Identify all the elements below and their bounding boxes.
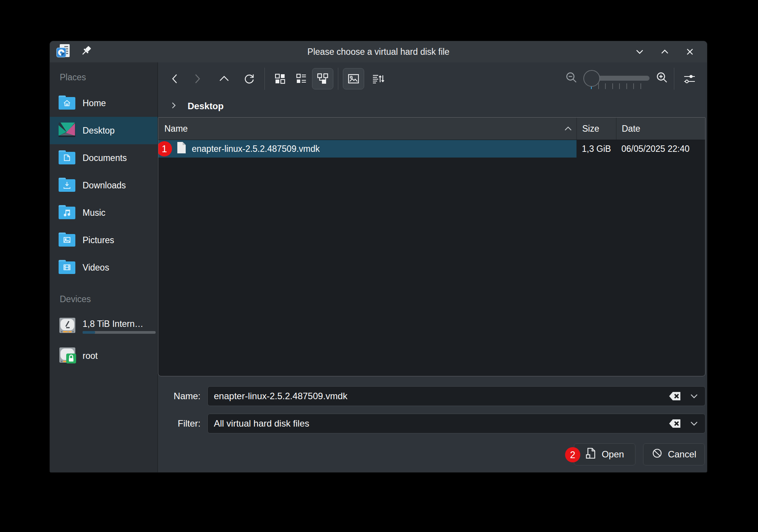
tree-view-button[interactable] <box>312 68 333 89</box>
sidebar-item-label: Pictures <box>83 235 114 245</box>
sidebar-item-music[interactable]: Music <box>50 199 158 226</box>
maximize-icon[interactable] <box>659 46 670 57</box>
filter-dropdown-chevron-icon[interactable] <box>689 419 699 428</box>
open-button[interactable]: 2 Open <box>574 443 635 465</box>
sidebar-item-label: Downloads <box>83 180 126 191</box>
videos-folder-icon <box>58 259 76 276</box>
breadcrumb: Desktop <box>158 95 705 117</box>
annotation-badge-2: 2 <box>565 447 580 462</box>
up-button[interactable] <box>213 68 235 89</box>
options-button[interactable] <box>679 68 700 89</box>
icons-view-button[interactable] <box>269 68 291 89</box>
breadcrumb-current-folder[interactable]: Desktop <box>188 101 224 111</box>
zoom-in-icon[interactable] <box>655 71 669 87</box>
disk-capacity-bar <box>83 331 156 334</box>
file-icon <box>177 142 186 156</box>
file-list-view: Name Size Date 1 <box>158 117 705 376</box>
zoom-out-icon[interactable] <box>564 71 579 87</box>
file-name: enapter-linux-2.5.2.487509.vmdk <box>192 144 320 154</box>
annotation-badge-1: 1 <box>158 141 172 156</box>
devices-section-label: Devices <box>50 294 158 311</box>
file-row-selected[interactable]: 1 enapter-linux-2.5.2.487509.vmdk 1,3 Gi… <box>158 140 705 158</box>
pictures-folder-icon <box>58 232 76 248</box>
vmdk-app-icon <box>56 43 71 60</box>
minimize-icon[interactable] <box>634 46 645 57</box>
sidebar-item-downloads[interactable]: Downloads <box>50 172 158 199</box>
toolbar <box>158 62 705 95</box>
sidebar-item-desktop[interactable]: Desktop <box>50 117 158 144</box>
zoom-slider[interactable] <box>584 68 650 89</box>
close-icon[interactable] <box>684 46 696 57</box>
filter-select-value: All virtual hard disk files <box>214 418 669 429</box>
sidebar-item-label: Home <box>83 98 106 108</box>
home-folder-icon <box>58 95 76 111</box>
sidebar-item-videos[interactable]: Videos <box>50 254 158 281</box>
sidebar-device-root[interactable]: root <box>50 341 158 371</box>
file-dialog-window: Please choose a virtual hard disk file P… <box>49 41 707 473</box>
clear-filter-icon[interactable] <box>669 419 682 428</box>
refresh-button[interactable] <box>239 68 260 89</box>
documents-folder-icon <box>58 150 76 166</box>
device-label: root <box>83 351 98 361</box>
toolbar-separator <box>264 68 265 90</box>
music-folder-icon <box>58 204 76 221</box>
window-title: Please choose a virtual hard disk file <box>50 47 707 57</box>
zoom-slider-handle[interactable] <box>583 70 600 87</box>
device-label: 1,8 TiB Intern… <box>83 319 156 329</box>
downloads-folder-icon <box>58 177 76 194</box>
places-section-label: Places <box>50 72 158 89</box>
forward-button[interactable] <box>186 68 207 89</box>
sidebar-item-label: Desktop <box>83 126 115 136</box>
toolbar-separator <box>338 68 338 90</box>
file-size: 1,3 GiB <box>576 144 616 154</box>
hard-drive-icon <box>58 316 76 336</box>
sidebar-item-home[interactable]: Home <box>50 89 158 117</box>
sidebar-item-label: Videos <box>83 263 109 273</box>
preview-toggle-button[interactable] <box>343 68 364 89</box>
places-panel: Places Home <box>50 62 158 472</box>
sort-button[interactable] <box>367 68 389 89</box>
compact-view-button[interactable] <box>291 68 312 89</box>
name-field-label: Name: <box>166 391 201 401</box>
sidebar-device-internal-disk[interactable]: 1,8 TiB Intern… <box>50 311 158 341</box>
clear-name-icon[interactable] <box>669 391 682 401</box>
file-form: Name: enapter-linux-2.5.2.487509.vmdk <box>158 376 705 441</box>
column-header-date[interactable]: Date <box>616 118 705 140</box>
filter-field-label: Filter: <box>166 418 201 429</box>
titlebar[interactable]: Please choose a virtual hard disk file <box>50 41 707 62</box>
sort-ascending-icon <box>564 125 573 132</box>
column-header-size[interactable]: Size <box>576 118 616 140</box>
name-input-value: enapter-linux-2.5.2.487509.vmdk <box>214 391 669 401</box>
sidebar-item-label: Documents <box>83 153 127 163</box>
cancel-icon <box>651 448 663 461</box>
open-file-icon <box>585 447 597 462</box>
breadcrumb-chevron-icon[interactable] <box>169 101 178 111</box>
sidebar-item-documents[interactable]: Documents <box>50 144 158 172</box>
name-input[interactable]: enapter-linux-2.5.2.487509.vmdk <box>207 386 705 406</box>
column-header-name[interactable]: Name <box>158 118 576 140</box>
filter-select[interactable]: All virtual hard disk files <box>207 414 705 433</box>
lock-emblem <box>66 354 76 363</box>
dialog-buttons: 2 Open <box>158 441 705 465</box>
pin-icon[interactable] <box>80 45 92 59</box>
back-button[interactable] <box>165 68 186 89</box>
file-date: 06/05/2025 22:40 <box>616 144 705 154</box>
table-header: Name Size Date <box>158 118 705 140</box>
sidebar-item-pictures[interactable]: Pictures <box>50 226 158 254</box>
toolbar-separator <box>674 68 674 90</box>
encrypted-drive-icon <box>58 346 76 366</box>
cancel-button[interactable]: Cancel <box>643 443 705 465</box>
desktop-thumbnail-icon <box>58 122 76 139</box>
name-dropdown-chevron-icon[interactable] <box>689 391 699 401</box>
sidebar-item-label: Music <box>83 208 105 218</box>
